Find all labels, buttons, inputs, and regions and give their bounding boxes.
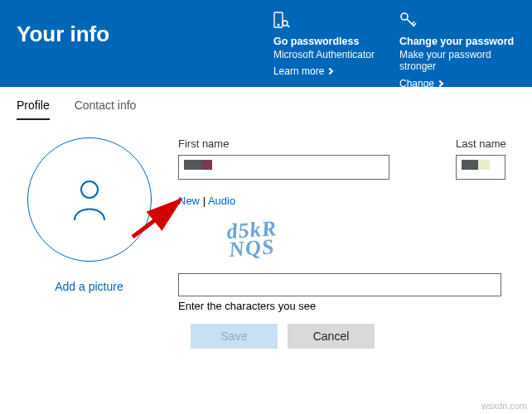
page-title: Your info: [17, 22, 109, 79]
captcha-input[interactable]: [178, 273, 501, 296]
change-link[interactable]: Change: [399, 78, 515, 89]
content: Add a picture First name Last name New |…: [0, 121, 532, 312]
captcha-text: d5kR NQS: [225, 219, 280, 259]
last-name-block: Last name: [456, 137, 506, 180]
svg-point-1: [278, 24, 279, 26]
captcha-caption: Enter the characters you see: [178, 300, 515, 312]
tab-profile[interactable]: Profile: [17, 99, 50, 120]
form-column: First name Last name New | Audio d5kR NQ…: [178, 137, 515, 312]
card-title: Go passwordless: [273, 36, 375, 47]
svg-point-9: [81, 181, 98, 198]
first-name-input[interactable]: [178, 155, 389, 180]
chevron-right-icon: [437, 80, 443, 87]
card-sub: Microsoft Authenticator: [273, 49, 375, 60]
redacted-text: [202, 160, 212, 170]
add-picture-link[interactable]: Add a picture: [25, 280, 153, 293]
sep: |: [200, 195, 208, 207]
captcha-section: New | Audio d5kR NQS Enter the character…: [178, 195, 515, 312]
link-text: Learn more: [273, 65, 324, 77]
link-text: Change: [399, 78, 434, 89]
redacted-text: [478, 160, 490, 170]
svg-line-7: [412, 22, 414, 24]
svg-point-5: [401, 13, 408, 20]
last-name-label: Last name: [456, 137, 506, 150]
redacted-text: [184, 160, 202, 170]
header-cards: Go passwordless Microsoft Authenticator …: [273, 12, 515, 79]
svg-line-8: [414, 23, 416, 26]
svg-line-4: [288, 26, 289, 26]
first-name-block: First name: [178, 137, 389, 180]
last-name-input[interactable]: [456, 155, 505, 180]
person-icon: [70, 177, 109, 222]
avatar-column: Add a picture: [25, 137, 153, 312]
card-sub: Make your password stronger: [399, 49, 515, 73]
card-passwordless: Go passwordless Microsoft Authenticator …: [273, 12, 375, 79]
save-button: Save: [191, 324, 278, 349]
tabs: Profile Contact info: [0, 87, 532, 121]
first-name-label: First name: [178, 137, 389, 150]
phone-key-icon: [273, 12, 375, 32]
name-row: First name Last name: [178, 137, 515, 180]
button-row: Save Cancel: [191, 324, 532, 349]
key-icon: [399, 12, 515, 32]
header: Your info Go passwordless Microsoft Auth…: [0, 0, 532, 87]
chevron-right-icon: [326, 68, 333, 75]
captcha-image: d5kR NQS: [177, 210, 329, 268]
card-title: Change your password: [399, 36, 515, 47]
card-change-password: Change your password Make your password …: [399, 12, 515, 79]
avatar-placeholder[interactable]: [27, 137, 152, 262]
captcha-new-link[interactable]: New: [178, 195, 200, 207]
learn-more-link[interactable]: Learn more: [273, 65, 375, 77]
tab-contact-info[interactable]: Contact info: [75, 99, 137, 120]
watermark: wsxdn.com: [481, 401, 527, 411]
redacted-text: [462, 160, 478, 170]
captcha-links: New | Audio: [178, 195, 515, 207]
captcha-audio-link[interactable]: Audio: [208, 195, 235, 207]
cancel-button[interactable]: Cancel: [288, 324, 375, 349]
